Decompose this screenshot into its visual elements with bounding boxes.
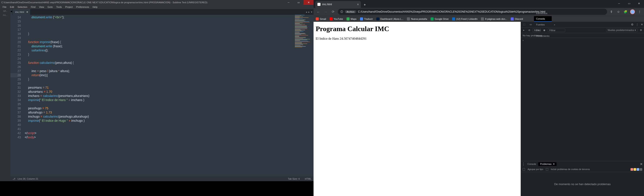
code-line[interactable] bbox=[25, 24, 314, 28]
status-position[interactable]: Line 28, Column 21 bbox=[18, 177, 38, 180]
line-number[interactable]: 43 bbox=[10, 135, 21, 139]
sidebar-item[interactable]: FO... bbox=[3, 14, 8, 17]
code-line[interactable]: imchans = calcularimc(pesoHans,alturaHan… bbox=[25, 94, 314, 98]
menu-goto[interactable]: Goto bbox=[46, 5, 54, 9]
bookmark-item[interactable]: Traducir bbox=[360, 18, 373, 21]
line-number[interactable]: 19 bbox=[10, 36, 21, 40]
forward-button[interactable]: → bbox=[323, 9, 328, 14]
url-chip[interactable]: Archivo bbox=[345, 10, 356, 13]
file-tab[interactable]: imc.html bbox=[12, 9, 30, 15]
cookies-checkbox[interactable] bbox=[546, 168, 548, 170]
drawer-tab-close-icon[interactable]: ✕ bbox=[553, 163, 555, 165]
code-line[interactable] bbox=[25, 28, 314, 32]
menu-project[interactable]: Project bbox=[64, 5, 74, 9]
code-line[interactable]: imprimir(" El Indice de Hugo " + imchugo… bbox=[25, 119, 314, 123]
code-line[interactable]: imchugo = calcularimc(pesohugo,alturahug… bbox=[25, 115, 314, 119]
menu-file[interactable]: File bbox=[1, 5, 8, 9]
code-line[interactable]: document.write ("<br>"); bbox=[25, 15, 314, 19]
menu-tools[interactable]: Tools bbox=[54, 5, 64, 9]
clear-console-icon[interactable]: ⊘ bbox=[528, 29, 531, 32]
bookmark-item[interactable]: Nueva pestaña bbox=[407, 18, 427, 21]
line-number[interactable]: 31 bbox=[10, 85, 21, 90]
code-area[interactable]: document.write ("<br>"); } function impr… bbox=[23, 15, 314, 176]
code-line[interactable]: } bbox=[25, 77, 314, 81]
code-line[interactable] bbox=[25, 65, 314, 69]
code-line[interactable]: imc = peso / (altura * altura); bbox=[25, 69, 314, 73]
browser-menu-icon[interactable]: ⋮ bbox=[638, 10, 642, 14]
code-line[interactable] bbox=[25, 123, 314, 127]
devtools-panel-fuentes[interactable]: Fuentes bbox=[534, 22, 552, 27]
tab-close-icon[interactable]: ✕ bbox=[357, 3, 359, 6]
code-line[interactable] bbox=[25, 36, 314, 40]
browser-minimize-button[interactable]: ─ bbox=[614, 0, 624, 7]
line-number[interactable]: 14 bbox=[10, 15, 21, 19]
code-line[interactable] bbox=[25, 127, 314, 131]
code-line[interactable]: alturaHans = 1.70 bbox=[25, 90, 314, 94]
console-settings-icon[interactable]: ⚙ bbox=[639, 29, 643, 32]
code-line[interactable]: pesohugo = 75 bbox=[25, 106, 314, 111]
code-line[interactable]: function imprimir(frase) { bbox=[25, 40, 314, 44]
code-line[interactable]: } bbox=[25, 52, 314, 57]
reload-button[interactable]: ⟳ bbox=[330, 9, 336, 14]
code-line[interactable] bbox=[25, 19, 314, 24]
line-number[interactable]: 17 bbox=[10, 28, 21, 32]
browser-maximize-button[interactable]: ▭ bbox=[624, 0, 634, 7]
code-line[interactable]: document.write (frase); bbox=[25, 44, 314, 48]
code-editor[interactable]: 1415161718192021222324252627282930313233… bbox=[10, 15, 314, 176]
drawer-close-icon[interactable]: ✕ bbox=[640, 162, 643, 166]
status-tabsize[interactable]: Tab Size: 4 bbox=[288, 177, 300, 180]
bookmark-item[interactable]: Maps bbox=[346, 18, 356, 21]
line-number[interactable]: 37 bbox=[10, 111, 21, 115]
bookmark-icon[interactable]: ☆ bbox=[616, 10, 620, 14]
bookmark-item[interactable]: Dashboard | Alura L... bbox=[376, 18, 404, 21]
devtools-panel-consola[interactable]: Consola bbox=[534, 16, 552, 22]
menu-help[interactable]: Help bbox=[91, 5, 99, 9]
menu-preferences[interactable]: Preferences bbox=[74, 5, 91, 9]
sidebar-toggle-icon[interactable]: ▸ bbox=[522, 29, 526, 32]
devtools-panel-red[interactable]: Red bbox=[534, 27, 552, 33]
line-gutter[interactable]: 1415161718192021222324252627282930313233… bbox=[10, 15, 23, 176]
tab-overflow-left-icon[interactable]: ◂ bbox=[306, 11, 307, 14]
profile-avatar[interactable] bbox=[630, 9, 635, 14]
line-number[interactable]: 34 bbox=[10, 98, 21, 102]
extensions-icon[interactable]: 🧩 bbox=[623, 10, 628, 14]
code-line[interactable]: </body> bbox=[25, 135, 314, 139]
console-output[interactable]: › bbox=[521, 38, 644, 161]
tab-overflow-right-icon[interactable]: ▸ bbox=[308, 11, 310, 14]
line-number[interactable]: 20 bbox=[10, 40, 21, 44]
line-number[interactable]: 32 bbox=[10, 90, 21, 94]
inspect-icon[interactable]: ⬚ bbox=[521, 22, 528, 27]
drawer-tab-console[interactable]: Console bbox=[526, 162, 538, 166]
bookmark-item[interactable]: 8 páginas web don... bbox=[481, 18, 507, 21]
devtools-close-icon[interactable]: ✕ bbox=[641, 23, 643, 26]
git-branch-icon[interactable]: ⎇ bbox=[12, 177, 16, 180]
devtools-panel-elementos[interactable]: Elementos bbox=[534, 11, 552, 16]
line-number[interactable]: 28 bbox=[10, 73, 21, 77]
menu-selection[interactable]: Selection bbox=[16, 5, 29, 9]
new-tab-button[interactable]: + bbox=[362, 2, 368, 8]
browser-tab[interactable]: imc.html ✕ bbox=[315, 1, 361, 8]
devtools-more-icon[interactable]: » bbox=[552, 22, 557, 27]
address-bar[interactable]: ⓘ Archivo C:/Users/hansf/OneDrive/Docume… bbox=[338, 9, 607, 15]
devtools-settings-icon[interactable]: ⚙ bbox=[631, 23, 634, 26]
menu-find[interactable]: Find bbox=[29, 5, 37, 9]
devtools-menu-icon[interactable]: ⋮ bbox=[636, 23, 638, 26]
bookmark-item[interactable]: Discord bbox=[511, 18, 523, 21]
minimize-button[interactable]: ─ bbox=[284, 0, 294, 5]
log-levels-selector[interactable]: Niveles predeterminados ▾ bbox=[606, 28, 638, 32]
bookmark-item[interactable]: Google Drive bbox=[430, 18, 448, 21]
line-number[interactable]: 18 bbox=[10, 32, 21, 36]
code-line[interactable]: </script> bbox=[25, 131, 314, 135]
maximize-button[interactable]: ▭ bbox=[294, 0, 304, 5]
code-line[interactable]: alturahugo = 1.73 bbox=[25, 111, 314, 115]
line-number[interactable]: 24 bbox=[10, 57, 21, 61]
status-language[interactable]: HTML bbox=[305, 177, 311, 180]
line-number[interactable]: 27 bbox=[10, 69, 21, 73]
code-line[interactable]: pesoHans = 71 bbox=[25, 85, 314, 90]
drawer-menu-icon[interactable]: ⋮ bbox=[522, 162, 525, 166]
tab-spacer[interactable]: ◂ bbox=[10, 9, 12, 15]
site-info-icon[interactable]: ⓘ bbox=[340, 10, 343, 14]
line-number[interactable]: 38 bbox=[10, 115, 21, 119]
code-line[interactable] bbox=[25, 102, 314, 106]
share-icon[interactable]: ⇧ bbox=[609, 10, 614, 14]
